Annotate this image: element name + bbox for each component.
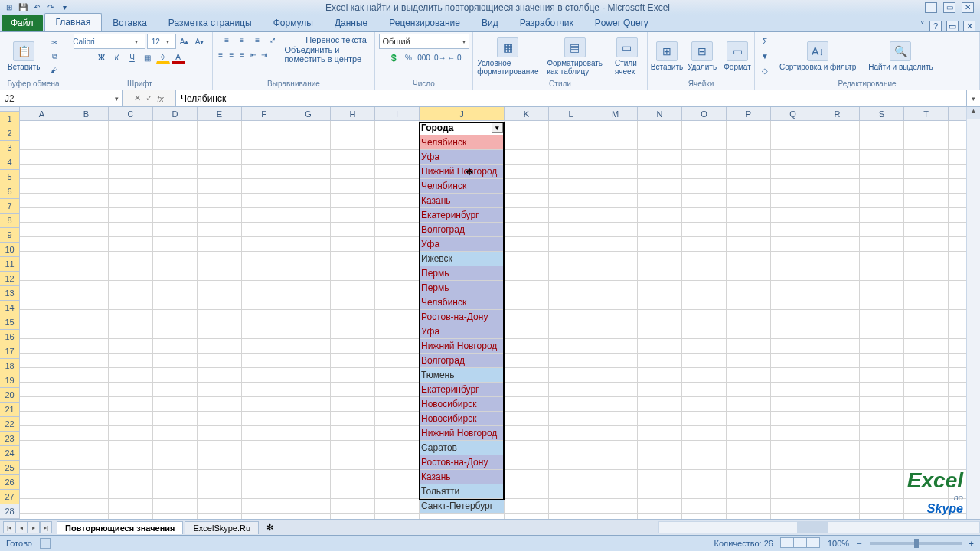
tab-power-query[interactable]: Power Query (584, 15, 659, 31)
cell[interactable] (682, 470, 727, 484)
cell[interactable] (505, 150, 549, 164)
cell[interactable] (109, 324, 153, 338)
cell[interactable] (771, 499, 815, 513)
cell[interactable] (375, 514, 420, 519)
cell[interactable] (505, 223, 549, 236)
column-header[interactable]: N (638, 107, 682, 120)
cell[interactable] (860, 441, 904, 455)
cell[interactable] (64, 295, 109, 309)
cell[interactable] (904, 121, 949, 135)
cell[interactable] (375, 281, 420, 295)
row-header[interactable]: 9 (0, 228, 19, 243)
row-header[interactable]: 2 (0, 126, 19, 141)
cell[interactable] (153, 412, 198, 425)
new-sheet-icon[interactable]: ✻ (262, 523, 277, 533)
cell[interactable] (771, 310, 815, 324)
font-name-combo[interactable]: Calibri▾ (74, 34, 145, 49)
fx-icon[interactable]: fx (157, 94, 164, 103)
cell[interactable] (771, 150, 815, 164)
cell[interactable] (549, 165, 593, 178)
cell[interactable] (593, 324, 638, 338)
cell[interactable] (109, 368, 153, 382)
sheet-tab[interactable]: Повторяющиеся значения (57, 521, 183, 534)
cell[interactable] (20, 339, 64, 353)
cell[interactable] (20, 441, 64, 455)
cell[interactable] (153, 354, 198, 367)
cell[interactable] (153, 441, 198, 455)
cell[interactable] (331, 281, 375, 295)
cell[interactable] (815, 135, 860, 149)
cell[interactable] (242, 208, 286, 222)
cell[interactable] (815, 266, 860, 280)
column-header[interactable]: O (682, 107, 727, 120)
cell[interactable] (286, 252, 331, 266)
cell[interactable] (904, 412, 949, 425)
cell[interactable] (109, 412, 153, 425)
first-sheet-icon[interactable]: |◂ (3, 521, 15, 533)
cell[interactable] (549, 484, 593, 498)
cell[interactable] (286, 310, 331, 324)
cell[interactable] (375, 441, 420, 455)
cell[interactable] (549, 223, 593, 236)
column-header[interactable]: I (375, 107, 420, 120)
cell[interactable] (904, 223, 949, 236)
cell[interactable]: Пермь (420, 266, 505, 280)
cell[interactable] (153, 150, 198, 164)
cell[interactable]: Уфа (420, 324, 505, 338)
cell[interactable] (505, 412, 549, 425)
cell[interactable] (242, 368, 286, 382)
cell[interactable] (593, 165, 638, 178)
cell[interactable] (286, 441, 331, 455)
cell[interactable] (904, 194, 949, 207)
cell[interactable] (549, 412, 593, 425)
tab-главная[interactable]: Главная (44, 13, 103, 31)
cell[interactable] (593, 455, 638, 469)
cell[interactable] (904, 368, 949, 382)
cell[interactable] (549, 514, 593, 519)
cell[interactable] (505, 208, 549, 222)
expand-formula-icon[interactable]: ▾ (966, 90, 980, 106)
increase-decimal-icon[interactable]: .0→ (433, 51, 446, 64)
cell[interactable] (153, 266, 198, 280)
cell[interactable] (20, 150, 64, 164)
cell[interactable] (242, 194, 286, 207)
cell[interactable] (727, 514, 771, 519)
cell[interactable] (815, 324, 860, 338)
cell[interactable] (682, 237, 727, 251)
cell[interactable] (64, 354, 109, 367)
cell[interactable] (331, 208, 375, 222)
cell[interactable] (593, 121, 638, 135)
cell[interactable] (815, 484, 860, 498)
cell[interactable] (682, 295, 727, 309)
cell[interactable] (505, 354, 549, 367)
macro-record-icon[interactable] (40, 538, 51, 549)
cell[interactable] (64, 470, 109, 484)
cell[interactable]: Тюмень (420, 368, 505, 382)
cell[interactable] (727, 281, 771, 295)
cell[interactable] (20, 368, 64, 382)
cell[interactable] (198, 514, 242, 519)
cell[interactable] (593, 441, 638, 455)
cell[interactable]: Города▾ (420, 121, 505, 135)
cell[interactable] (727, 223, 771, 236)
cell[interactable] (242, 426, 286, 440)
clear-icon[interactable]: ◇ (758, 65, 772, 77)
cell[interactable] (727, 354, 771, 367)
cell[interactable] (505, 339, 549, 353)
cell[interactable] (771, 397, 815, 411)
vertical-scrollbar[interactable]: ▲ (966, 107, 980, 519)
cell[interactable] (286, 237, 331, 251)
row-header[interactable]: 1 (0, 112, 19, 126)
cell[interactable] (286, 412, 331, 425)
cell[interactable]: Екатеринбург (420, 208, 505, 222)
cell[interactable] (549, 383, 593, 396)
cell[interactable] (20, 354, 64, 367)
cell[interactable] (153, 135, 198, 149)
cell[interactable] (727, 194, 771, 207)
next-sheet-icon[interactable]: ▸ (28, 521, 40, 533)
cell[interactable] (638, 484, 682, 498)
decrease-decimal-icon[interactable]: ←.0 (448, 51, 462, 64)
cell[interactable] (505, 514, 549, 519)
cell[interactable] (242, 252, 286, 266)
cell[interactable] (638, 179, 682, 193)
